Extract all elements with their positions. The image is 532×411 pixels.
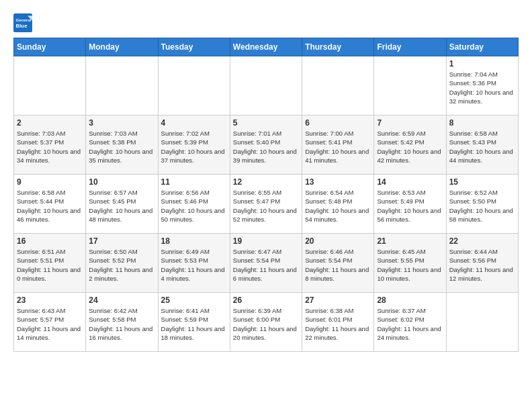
day-info: Sunrise: 7:04 AM Sunset: 5:36 PM Dayligh… (449, 70, 515, 105)
day-number: 5 (233, 118, 299, 128)
calendar-week-row: 1Sunrise: 7:04 AM Sunset: 5:36 PM Daylig… (14, 56, 519, 116)
calendar-cell: 13Sunrise: 6:54 AM Sunset: 5:48 PM Dayli… (302, 175, 374, 234)
day-number: 26 (233, 295, 299, 305)
day-number: 12 (233, 177, 299, 187)
calendar-cell: 25Sunrise: 6:41 AM Sunset: 5:59 PM Dayli… (158, 293, 230, 352)
calendar-cell: 5Sunrise: 7:01 AM Sunset: 5:40 PM Daylig… (230, 116, 302, 175)
calendar-cell (14, 56, 86, 116)
day-info: Sunrise: 7:01 AM Sunset: 5:40 PM Dayligh… (233, 129, 299, 165)
calendar-cell (446, 293, 518, 352)
calendar-cell: 7Sunrise: 6:59 AM Sunset: 5:42 PM Daylig… (374, 116, 446, 175)
day-info: Sunrise: 6:42 AM Sunset: 5:58 PM Dayligh… (89, 306, 154, 342)
calendar-cell: 2Sunrise: 7:03 AM Sunset: 5:37 PM Daylig… (14, 116, 86, 175)
day-info: Sunrise: 7:03 AM Sunset: 5:37 PM Dayligh… (17, 129, 83, 165)
calendar-cell: 14Sunrise: 6:53 AM Sunset: 5:49 PM Dayli… (374, 175, 446, 234)
day-number: 3 (89, 118, 154, 128)
column-header-sunday: Sunday (14, 38, 86, 56)
calendar-cell: 24Sunrise: 6:42 AM Sunset: 5:58 PM Dayli… (86, 293, 158, 352)
svg-text:Blue: Blue (16, 23, 28, 29)
day-info: Sunrise: 6:49 AM Sunset: 5:53 PM Dayligh… (161, 247, 227, 283)
day-info: Sunrise: 6:50 AM Sunset: 5:52 PM Dayligh… (89, 247, 154, 283)
calendar-table: SundayMondayTuesdayWednesdayThursdayFrid… (13, 38, 519, 352)
calendar-header-row: SundayMondayTuesdayWednesdayThursdayFrid… (14, 38, 519, 56)
day-number: 25 (161, 295, 227, 305)
calendar-cell: 6Sunrise: 7:00 AM Sunset: 5:41 PM Daylig… (302, 116, 374, 175)
calendar-cell: 28Sunrise: 6:37 AM Sunset: 6:02 PM Dayli… (374, 293, 446, 352)
day-info: Sunrise: 6:38 AM Sunset: 6:01 PM Dayligh… (305, 306, 371, 342)
day-info: Sunrise: 7:03 AM Sunset: 5:38 PM Dayligh… (89, 129, 154, 165)
calendar-cell: 8Sunrise: 6:58 AM Sunset: 5:43 PM Daylig… (446, 116, 518, 175)
day-number: 13 (305, 177, 371, 187)
column-header-saturday: Saturday (446, 38, 518, 56)
day-info: Sunrise: 6:45 AM Sunset: 5:55 PM Dayligh… (377, 247, 443, 283)
column-header-friday: Friday (374, 38, 446, 56)
day-number: 6 (305, 118, 371, 128)
calendar-cell (230, 56, 302, 116)
day-number: 19 (233, 236, 299, 246)
column-header-thursday: Thursday (302, 38, 374, 56)
calendar-cell: 3Sunrise: 7:03 AM Sunset: 5:38 PM Daylig… (86, 116, 158, 175)
calendar-cell: 1Sunrise: 7:04 AM Sunset: 5:36 PM Daylig… (446, 56, 518, 116)
day-number: 20 (305, 236, 371, 246)
day-info: Sunrise: 6:52 AM Sunset: 5:50 PM Dayligh… (449, 188, 515, 224)
calendar-cell: 19Sunrise: 6:47 AM Sunset: 5:54 PM Dayli… (230, 234, 302, 293)
calendar-week-row: 2Sunrise: 7:03 AM Sunset: 5:37 PM Daylig… (14, 116, 519, 175)
day-info: Sunrise: 6:55 AM Sunset: 5:47 PM Dayligh… (233, 188, 299, 224)
day-number: 21 (377, 236, 443, 246)
day-info: Sunrise: 6:44 AM Sunset: 5:56 PM Dayligh… (449, 247, 515, 283)
day-number: 1 (449, 59, 515, 68)
day-info: Sunrise: 6:59 AM Sunset: 5:42 PM Dayligh… (377, 129, 443, 165)
column-header-tuesday: Tuesday (158, 38, 230, 56)
day-info: Sunrise: 6:58 AM Sunset: 5:43 PM Dayligh… (449, 129, 515, 165)
calendar-cell: 22Sunrise: 6:44 AM Sunset: 5:56 PM Dayli… (446, 234, 518, 293)
day-number: 24 (89, 295, 154, 305)
calendar-cell: 10Sunrise: 6:57 AM Sunset: 5:45 PM Dayli… (86, 175, 158, 234)
calendar-cell: 11Sunrise: 6:56 AM Sunset: 5:46 PM Dayli… (158, 175, 230, 234)
day-number: 22 (449, 236, 515, 246)
calendar-cell: 26Sunrise: 6:39 AM Sunset: 6:00 PM Dayli… (230, 293, 302, 352)
calendar-week-row: 9Sunrise: 6:58 AM Sunset: 5:44 PM Daylig… (14, 175, 519, 234)
day-number: 11 (161, 177, 227, 187)
day-info: Sunrise: 6:41 AM Sunset: 5:59 PM Dayligh… (161, 306, 227, 342)
calendar-cell (374, 56, 446, 116)
svg-text:General: General (16, 17, 32, 22)
column-header-wednesday: Wednesday (230, 38, 302, 56)
day-number: 15 (449, 177, 515, 187)
column-header-monday: Monday (86, 38, 158, 56)
day-number: 23 (17, 295, 83, 305)
day-number: 2 (17, 118, 83, 128)
day-info: Sunrise: 6:46 AM Sunset: 5:54 PM Dayligh… (305, 247, 371, 283)
day-number: 27 (305, 295, 371, 305)
day-number: 7 (377, 118, 443, 128)
day-number: 28 (377, 295, 443, 305)
day-number: 16 (17, 236, 83, 246)
calendar-week-row: 23Sunrise: 6:43 AM Sunset: 5:57 PM Dayli… (14, 293, 519, 352)
calendar-cell: 27Sunrise: 6:38 AM Sunset: 6:01 PM Dayli… (302, 293, 374, 352)
calendar-cell: 17Sunrise: 6:50 AM Sunset: 5:52 PM Dayli… (86, 234, 158, 293)
calendar-cell: 4Sunrise: 7:02 AM Sunset: 5:39 PM Daylig… (158, 116, 230, 175)
day-info: Sunrise: 6:43 AM Sunset: 5:57 PM Dayligh… (17, 306, 83, 342)
day-number: 17 (89, 236, 154, 246)
day-info: Sunrise: 6:58 AM Sunset: 5:44 PM Dayligh… (17, 188, 83, 224)
page-header: General Blue (13, 13, 519, 32)
day-info: Sunrise: 7:00 AM Sunset: 5:41 PM Dayligh… (305, 129, 371, 165)
day-number: 4 (161, 118, 227, 128)
logo: General Blue (13, 13, 35, 32)
calendar-cell: 18Sunrise: 6:49 AM Sunset: 5:53 PM Dayli… (158, 234, 230, 293)
logo-icon: General Blue (13, 13, 32, 32)
day-number: 9 (17, 177, 83, 187)
calendar-cell: 12Sunrise: 6:55 AM Sunset: 5:47 PM Dayli… (230, 175, 302, 234)
calendar-week-row: 16Sunrise: 6:51 AM Sunset: 5:51 PM Dayli… (14, 234, 519, 293)
day-info: Sunrise: 6:53 AM Sunset: 5:49 PM Dayligh… (377, 188, 443, 224)
calendar-cell (302, 56, 374, 116)
day-info: Sunrise: 7:02 AM Sunset: 5:39 PM Dayligh… (161, 129, 227, 165)
calendar-cell (86, 56, 158, 116)
calendar-cell: 15Sunrise: 6:52 AM Sunset: 5:50 PM Dayli… (446, 175, 518, 234)
day-number: 10 (89, 177, 154, 187)
calendar-cell: 21Sunrise: 6:45 AM Sunset: 5:55 PM Dayli… (374, 234, 446, 293)
day-info: Sunrise: 6:56 AM Sunset: 5:46 PM Dayligh… (161, 188, 227, 224)
day-number: 18 (161, 236, 227, 246)
day-info: Sunrise: 6:51 AM Sunset: 5:51 PM Dayligh… (17, 247, 83, 283)
day-info: Sunrise: 6:39 AM Sunset: 6:00 PM Dayligh… (233, 306, 299, 342)
calendar-cell: 9Sunrise: 6:58 AM Sunset: 5:44 PM Daylig… (14, 175, 86, 234)
